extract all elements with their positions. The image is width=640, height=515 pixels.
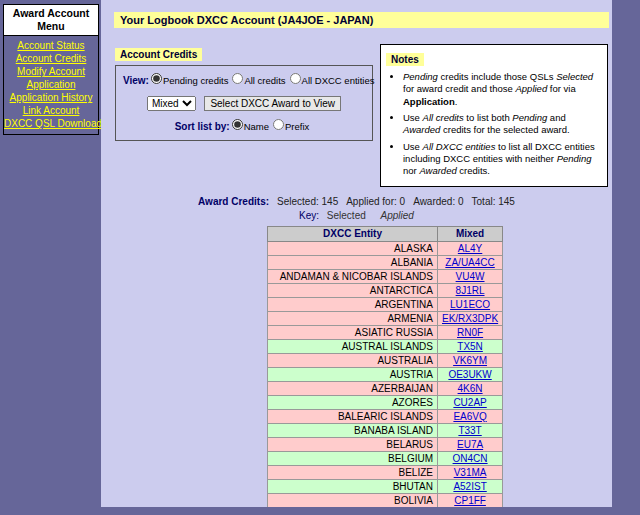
entity-cell: ARGENTINA — [268, 297, 438, 311]
summary-awarded: Awarded: 0 — [413, 196, 463, 207]
view-radio-all-credits[interactable] — [232, 73, 243, 84]
entity-cell: BOLIVIA — [268, 493, 438, 507]
sidebar-item-link-account[interactable]: Link Account — [4, 104, 98, 117]
view-radio-all-dxcc-entities[interactable] — [290, 73, 301, 84]
main-content: Your Logbook DXCC Account (JA4JOE - JAPA… — [101, 0, 612, 507]
table-row-belize: BELIZEV31MA — [268, 465, 503, 479]
view-row: View:Pending creditsAll creditsAll DXCC … — [120, 73, 368, 86]
sidebar-menu: Award Account Menu Account StatusAccount… — [3, 4, 99, 135]
callsign-link-t33t[interactable]: T33T — [458, 425, 481, 436]
callsign-cell: 8J1RL — [438, 283, 503, 297]
sort-label: Sort list by: — [175, 121, 230, 132]
callsign-cell: CU2AP — [438, 395, 503, 409]
key-line: Key: Selected Applied — [101, 210, 612, 221]
entity-cell: BANABA ISLAND — [268, 423, 438, 437]
table-row-albania: ALBANIAZA/UA4CC — [268, 255, 503, 269]
callsign-cell: TX5N — [438, 339, 503, 353]
view-label: View: — [123, 75, 149, 86]
callsign-link-ek-rx3dpk[interactable]: EK/RX3DPK — [442, 313, 498, 324]
entity-cell: AUSTRAL ISLANDS — [268, 339, 438, 353]
view-option-pending-credits[interactable]: Pending credits — [151, 75, 228, 86]
callsign-link-eu7a[interactable]: EU7A — [457, 439, 483, 450]
callsign-cell: AL4Y — [438, 241, 503, 255]
callsign-link-za-ua4cc[interactable]: ZA/UA4CC — [445, 257, 494, 268]
callsign-cell: A52IST — [438, 479, 503, 493]
summary-selected: Selected: 145 — [277, 196, 338, 207]
callsign-link-vk6ym[interactable]: VK6YM — [453, 355, 487, 366]
view-option-all-dxcc-entities[interactable]: All DXCC entities — [290, 75, 375, 86]
table-row-bhutan: BHUTANA52IST — [268, 479, 503, 493]
callsign-cell: CP1FF — [438, 493, 503, 507]
callsign-cell: ON4CN — [438, 451, 503, 465]
callsign-link-on4cn[interactable]: ON4CN — [453, 453, 488, 464]
callsign-cell: EA6VQ — [438, 409, 503, 423]
award-credits-summary: Award Credits:Selected: 145Applied for: … — [101, 196, 612, 207]
callsign-cell: EK/RX3DPK — [438, 311, 503, 325]
sidebar-item-application[interactable]: Application — [4, 78, 98, 91]
callsign-cell: EU7A — [438, 437, 503, 451]
table-row-andaman-nicobar-islands: ANDAMAN & NICOBAR ISLANDSVU4W — [268, 269, 503, 283]
callsign-cell: RN0F — [438, 325, 503, 339]
table-header-row: DXCC Entity Mixed — [268, 226, 503, 241]
award-select[interactable]: Mixed — [147, 96, 196, 111]
table-row-alaska: ALASKAAL4Y — [268, 241, 503, 255]
sidebar-item-account-credits[interactable]: Account Credits — [4, 52, 98, 65]
callsign-link-cp1ff[interactable]: CP1FF — [454, 495, 486, 506]
callsign-link-rn0f[interactable]: RN0F — [457, 327, 483, 338]
sidebar-item-account-status[interactable]: Account Status — [4, 39, 98, 52]
page-title: Your Logbook DXCC Account (JA4JOE - JAPA… — [114, 12, 609, 28]
entity-cell: AUSTRIA — [268, 367, 438, 381]
entity-cell: BALEARIC ISLANDS — [268, 409, 438, 423]
sort-radio-name[interactable] — [232, 119, 243, 130]
table-row-balearic-islands: BALEARIC ISLANDSEA6VQ — [268, 409, 503, 423]
entity-cell: AZORES — [268, 395, 438, 409]
callsign-cell: OE3UKW — [438, 367, 503, 381]
notes-box: Notes Pending credits include those QSLs… — [380, 44, 608, 187]
notes-label: Notes — [386, 53, 424, 66]
entity-cell: ANTARCTICA — [268, 283, 438, 297]
callsign-link-cu2ap[interactable]: CU2AP — [453, 397, 486, 408]
entity-cell: ARMENIA — [268, 311, 438, 325]
entity-cell: BELARUS — [268, 437, 438, 451]
table-row-australia: AUSTRALIAVK6YM — [268, 353, 503, 367]
sidebar-item-application-history[interactable]: Application History — [4, 91, 98, 104]
table-row-austria: AUSTRIAOE3UKW — [268, 367, 503, 381]
note-item: Use All DXCC entities to list all DXCC e… — [403, 141, 602, 178]
sidebar-item-modify-account[interactable]: Modify Account — [4, 65, 98, 78]
account-credits-panel: Account Credits View:Pending creditsAll … — [115, 44, 373, 141]
callsign-link-8j1rl[interactable]: 8J1RL — [456, 285, 485, 296]
table-row-argentina: ARGENTINALU1ECO — [268, 297, 503, 311]
sort-option-prefix[interactable]: Prefix — [273, 121, 309, 132]
callsign-link-a52ist[interactable]: A52IST — [453, 481, 486, 492]
sidebar-item-dxcc-qsl-download[interactable]: DXCC QSL Download — [4, 117, 98, 130]
callsign-link-4k6n[interactable]: 4K6N — [458, 383, 483, 394]
callsign-link-tx5n[interactable]: TX5N — [457, 341, 483, 352]
table-row-antarctica: ANTARCTICA8J1RL — [268, 283, 503, 297]
callsign-link-oe3ukw[interactable]: OE3UKW — [448, 369, 491, 380]
view-option-all-credits[interactable]: All credits — [232, 75, 285, 86]
callsign-link-al4y[interactable]: AL4Y — [458, 243, 482, 254]
sidebar-menu-title: Award Account Menu — [4, 5, 98, 36]
note-item: Use All credits to list both Pending and… — [403, 112, 602, 137]
table-row-azores: AZORESCU2AP — [268, 395, 503, 409]
select-award-button[interactable]: Select DXCC Award to View — [204, 96, 341, 111]
callsign-link-v31ma[interactable]: V31MA — [454, 467, 487, 478]
view-radio-pending-credits[interactable] — [151, 73, 162, 84]
column-header-mixed: Mixed — [438, 226, 503, 241]
table-row-austral-islands: AUSTRAL ISLANDSTX5N — [268, 339, 503, 353]
entity-cell: BELIZE — [268, 465, 438, 479]
summary-label: Award Credits: — [198, 196, 269, 207]
sort-option-name[interactable]: Name — [232, 121, 269, 132]
notes-list: Pending credits include those QSLs Selec… — [403, 71, 602, 178]
callsign-link-ea6vq[interactable]: EA6VQ — [453, 411, 486, 422]
entity-cell: ASIATIC RUSSIA — [268, 325, 438, 339]
table-row-belarus: BELARUSEU7A — [268, 437, 503, 451]
table-row-belgium: BELGIUMON4CN — [268, 451, 503, 465]
table-row-bolivia: BOLIVIACP1FF — [268, 493, 503, 507]
callsign-cell: VU4W — [438, 269, 503, 283]
callsign-cell: VK6YM — [438, 353, 503, 367]
sort-radio-prefix[interactable] — [273, 119, 284, 130]
callsign-link-vu4w[interactable]: VU4W — [456, 271, 485, 282]
entity-cell: ANDAMAN & NICOBAR ISLANDS — [268, 269, 438, 283]
callsign-link-lu1eco[interactable]: LU1ECO — [450, 299, 490, 310]
